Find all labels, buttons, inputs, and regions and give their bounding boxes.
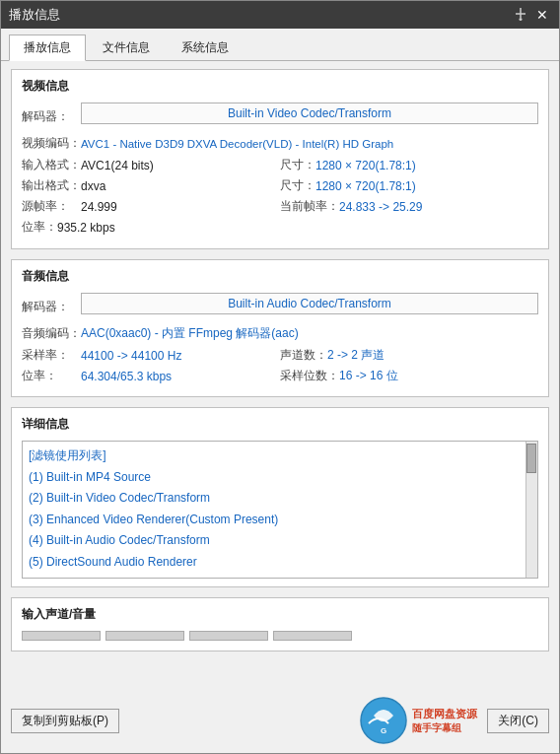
detail-line: [滤镜使用列表]: [29, 446, 518, 467]
samplerate-value: 44100 -> 44100 Hz: [81, 349, 181, 363]
audio-bitrate-label: 位率：: [22, 368, 81, 384]
svg-text:G: G: [381, 726, 386, 735]
audio-decoder-row: 解码器： Built-in Audio Codec/Transform: [22, 293, 538, 320]
audio-encoder-label: 音频编码：: [22, 325, 81, 342]
audio-section-title: 音频信息: [22, 268, 538, 285]
detail-inner: [滤镜使用列表](1) Built-in MP4 Source(2) Built…: [23, 442, 537, 578]
window-title: 播放信息: [9, 6, 60, 24]
bits-value: 16 -> 16 位: [339, 368, 398, 384]
audio-bits: 采样位数： 16 -> 16 位: [280, 368, 538, 384]
detail-line: (2) Built-in Video Codec/Transform: [29, 488, 518, 510]
pin-button[interactable]: [512, 6, 529, 24]
video-cur-fps: 当前帧率： 24.833 -> 25.29: [280, 198, 538, 215]
fps-label: 源帧率：: [22, 198, 81, 215]
input-size-value: 1280 × 720(1.78:1): [315, 159, 416, 172]
video-fps-row: 源帧率： 24.999 当前帧率： 24.833 -> 25.29: [22, 198, 538, 215]
titlebar-buttons: ✕: [512, 6, 551, 24]
channels-value: 2 -> 2 声道: [327, 347, 385, 364]
audio-decoder-label: 解码器：: [22, 299, 81, 315]
audio-encoder-value: AAC(0xaac0) - 内置 FFmpeg 解码器(aac): [81, 325, 299, 342]
output-format-value: dxva: [81, 179, 105, 193]
tab-fileinfo[interactable]: 文件信息: [88, 34, 165, 60]
video-fps: 源帧率： 24.999: [22, 198, 280, 215]
detail-line: (3) Enhanced Video Renderer(Custom Prese…: [29, 510, 518, 531]
detail-line: (4) Built-in Audio Codec/Transform: [29, 530, 518, 552]
video-decoder-value: Built-in Video Codec/Transform: [81, 103, 538, 124]
video-bitrate-label: 位率：: [22, 219, 57, 236]
audio-bitrate-value: 64.304/65.3 kbps: [81, 370, 172, 383]
svg-point-2: [520, 18, 523, 21]
input-section-title: 输入声道/音量: [22, 606, 538, 623]
video-encoder-value: AVC1 - Native D3D9 DXVA Decoder(VLD) - I…: [81, 138, 393, 150]
output-size-label: 尺寸：: [280, 177, 315, 194]
watermark-logo: G 百度网盘资源 随手字幕组: [359, 696, 477, 745]
audio-bitrate-row: 位率： 64.304/65.3 kbps 采样位数： 16 -> 16 位: [22, 368, 538, 384]
detail-section-title: 详细信息: [22, 416, 538, 433]
video-input-row: 输入格式： AVC1(24 bits) 尺寸： 1280 × 720(1.78:…: [22, 157, 538, 173]
volume-bars: [22, 631, 538, 641]
tab-playback[interactable]: 播放信息: [9, 34, 86, 61]
audio-bitrate: 位率： 64.304/65.3 kbps: [22, 368, 280, 384]
detail-section: 详细信息 [滤镜使用列表](1) Built-in MP4 Source(2) …: [11, 407, 549, 587]
video-bitrate-value: 935.2 kbps: [57, 221, 115, 235]
audio-channels: 声道数： 2 -> 2 声道: [280, 347, 538, 364]
input-section: 输入声道/音量: [11, 597, 549, 651]
video-decoder-label: 解码器：: [22, 108, 81, 125]
video-output-size: 尺寸： 1280 × 720(1.78:1): [280, 177, 538, 194]
samplerate-label: 采样率：: [22, 347, 81, 364]
input-format-label: 输入格式：: [22, 157, 81, 173]
video-output-row: 输出格式： dxva 尺寸： 1280 × 720(1.78:1): [22, 177, 538, 194]
vol-bar-4: [273, 631, 352, 641]
detail-line: (5) DirectSound Audio Renderer: [29, 552, 518, 574]
detail-scrollbar-thumb[interactable]: [526, 444, 536, 473]
titlebar: 播放信息 ✕: [1, 1, 559, 29]
watermark-line1: 百度网盘资源: [412, 707, 477, 721]
footer-right: G 百度网盘资源 随手字幕组 关闭(C): [359, 696, 549, 745]
vol-bar-3: [189, 631, 268, 641]
bits-label: 采样位数：: [280, 368, 339, 384]
tab-sysinfo[interactable]: 系统信息: [167, 34, 244, 60]
fps-value: 24.999: [81, 200, 117, 214]
tabs-bar: 播放信息 文件信息 系统信息: [1, 29, 559, 61]
audio-encoder-row: 音频编码： AAC(0xaac0) - 内置 FFmpeg 解码器(aac): [22, 325, 538, 342]
video-encoder-label: 视频编码：: [22, 135, 81, 152]
video-encoder-row: 视频编码： AVC1 - Native D3D9 DXVA Decoder(VL…: [22, 135, 538, 152]
detail-container: [滤镜使用列表](1) Built-in MP4 Source(2) Built…: [22, 441, 538, 579]
video-section-title: 视频信息: [22, 78, 538, 95]
detail-line: (1) Built-in MP4 Source: [29, 467, 518, 489]
main-window: 播放信息 ✕ 播放信息 文件信息 系统信息 视频信息: [0, 0, 560, 754]
video-input-format: 输入格式： AVC1(24 bits): [22, 157, 280, 173]
video-output-format: 输出格式： dxva: [22, 177, 280, 194]
close-footer-button[interactable]: 关闭(C): [487, 709, 549, 733]
detail-scrollbar[interactable]: [525, 442, 537, 578]
audio-decoder-value: Built-in Audio Codec/Transform: [81, 293, 538, 314]
input-size-label: 尺寸：: [280, 157, 315, 173]
output-format-label: 输出格式：: [22, 177, 81, 194]
copy-button[interactable]: 复制到剪贴板(P): [11, 709, 119, 733]
footer: 复制到剪贴板(P) G 百度网盘资源 随手字幕组 关闭(C): [1, 690, 559, 753]
video-section: 视频信息 解码器： Built-in Video Codec/Transform…: [11, 69, 549, 249]
close-button[interactable]: ✕: [533, 6, 551, 24]
vol-bar-2: [105, 631, 184, 641]
input-format-value: AVC1(24 bits): [81, 159, 154, 172]
channels-label: 声道数：: [280, 347, 327, 364]
video-bitrate-row: 位率： 935.2 kbps: [22, 219, 538, 236]
audio-section: 音频信息 解码器： Built-in Audio Codec/Transform…: [11, 259, 549, 397]
watermark-text: 百度网盘资源 随手字幕组: [412, 707, 477, 735]
cur-fps-label: 当前帧率：: [280, 198, 339, 215]
video-input-size: 尺寸： 1280 × 720(1.78:1): [280, 157, 538, 173]
audio-samplerate-row: 采样率： 44100 -> 44100 Hz 声道数： 2 -> 2 声道: [22, 347, 538, 364]
audio-samplerate: 采样率： 44100 -> 44100 Hz: [22, 347, 280, 364]
cur-fps-value: 24.833 -> 25.29: [339, 200, 422, 214]
watermark-line2: 随手字幕组: [412, 721, 477, 735]
logo-svg: G: [359, 696, 408, 745]
main-content: 视频信息 解码器： Built-in Video Codec/Transform…: [1, 61, 559, 690]
output-size-value: 1280 × 720(1.78:1): [315, 179, 416, 193]
video-decoder-row: 解码器： Built-in Video Codec/Transform: [22, 103, 538, 130]
vol-bar-1: [22, 631, 101, 641]
